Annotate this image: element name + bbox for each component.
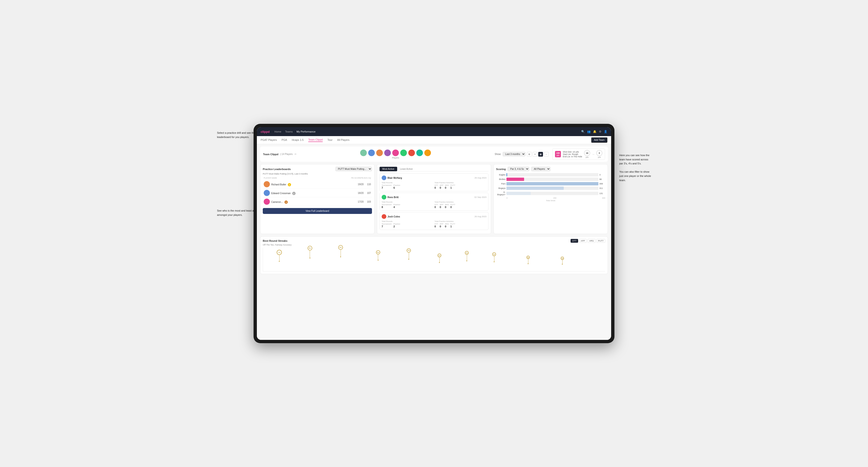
pac-tournament-2: 8 [382, 206, 392, 209]
bogeys-label: Bogeys [496, 187, 505, 189]
subnav-pga[interactable]: PGA [282, 138, 287, 142]
subnav: PGAT Players PGA Hcaps 1-5 Team Clippd T… [257, 136, 611, 144]
lb-badge-bronze: 3 [284, 200, 288, 204]
pac-name-2: Rees Britt [388, 196, 399, 198]
leaderboard-row: Richard Butler 1 19/20 110 [263, 180, 372, 189]
shot-circle-1: 16 [584, 150, 590, 156]
bubble-4x-2: 4x [465, 251, 469, 261]
view-list-icon[interactable]: ≡ [533, 152, 537, 157]
bubble-6x-1: 6x [308, 246, 312, 258]
subnav-team-clippd[interactable]: Team Clippd [308, 138, 323, 142]
best-round-streaks-panel: Best Round Streaks OTT APP ARG PUTT Off … [260, 236, 608, 274]
lb-badge-silver: 2 [292, 192, 296, 195]
streaks-tabs: OTT APP ARG PUTT [570, 239, 605, 243]
avatar-9[interactable] [424, 150, 431, 156]
pac-activities-group: Total Practice Activities OTT 0 APP [434, 182, 486, 189]
people-icon[interactable]: 👥 [587, 130, 591, 133]
lb-name-2: Edward Crossman [271, 192, 290, 195]
players-row [360, 150, 431, 156]
avatar-2[interactable] [368, 150, 375, 156]
tab-least-active[interactable]: Least Active [397, 167, 415, 171]
chart-row-bogeys: Bogeys 311 [496, 187, 605, 190]
bell-icon[interactable]: 🔔 [593, 130, 596, 133]
subnav-hcaps[interactable]: Hcaps 1-5 [292, 138, 304, 142]
view-compact-icon[interactable]: ↔ [544, 152, 549, 157]
settings-icon[interactable]: ⚙ [599, 130, 601, 133]
subnav-all-players[interactable]: All Players [337, 138, 349, 142]
user-avatar-icon[interactable]: 👤 [604, 130, 607, 133]
avatar-8[interactable] [416, 150, 423, 156]
col-pb-score: PB SCORE [351, 177, 361, 179]
bubble-3x-1: 3x [526, 256, 530, 264]
lb-name-badge-3: Cameron... 3 [271, 199, 355, 204]
tablet-frame: clippd Home Teams My Performance 🔍 👥 🔔 ⚙… [253, 124, 614, 343]
view-full-leaderboard-button[interactable]: View Full Leaderboard [263, 208, 372, 214]
pac-ott-1: 0 [434, 186, 438, 189]
bogeys-value: 311 [599, 187, 605, 189]
streaks-tab-app[interactable]: APP [579, 239, 587, 243]
show-period-select[interactable]: Last 3 months Last 6 months Last year [503, 152, 526, 156]
lb-badge-gold: 1 [288, 183, 291, 186]
axis-0: 0 [506, 197, 507, 199]
streaks-title: Best Round Streaks [263, 239, 287, 242]
active-tabs: Most Active Least Active [379, 167, 489, 172]
total-shots-label: Total Shots [496, 199, 605, 201]
pac-name-row-1: Blair McHarg [382, 176, 402, 180]
pac-avatar-1 [382, 176, 386, 180]
show-label: Show: [495, 153, 501, 155]
bubble-7x-1: 7x [277, 250, 282, 262]
drill-select[interactable]: PUTT Must Make Putting... [335, 167, 372, 171]
bubble-6x-2: 6x [338, 245, 343, 257]
subnav-pgat[interactable]: PGAT Players [261, 138, 277, 142]
avatar-7[interactable] [408, 150, 415, 156]
avatar-4[interactable] [384, 150, 391, 156]
avatar-3[interactable] [376, 150, 383, 156]
avatar-5[interactable] [392, 150, 399, 156]
chart-row-pars: Pars 499 [496, 182, 605, 185]
pac-tournament-1: 7 [382, 186, 392, 189]
navbar: clippd Home Teams My Performance 🔍 👥 🔔 ⚙… [257, 127, 611, 136]
tablet-screen: clippd Home Teams My Performance 🔍 👥 🔔 ⚙… [257, 127, 611, 340]
leaderboard-header: PLAYER NAME PB SCORE PB AVG SQ [263, 177, 372, 179]
avatar-1[interactable] [360, 150, 367, 156]
lb-avatar-3 [264, 198, 270, 205]
view-grid-icon[interactable]: ⊞ [527, 152, 532, 157]
shot-circles: 16 yds → 0 yds [584, 150, 602, 158]
shot-details: Shot Dist: 16 yds Start Lie: Rough End L… [563, 151, 582, 158]
dbogeys-value: 131 [599, 192, 605, 195]
view-card-icon[interactable]: ▦ [538, 152, 543, 157]
add-team-button[interactable]: Add Team [591, 137, 607, 143]
avatar-6[interactable] [400, 150, 407, 156]
team-player-count: | 14 Players [280, 153, 293, 155]
nav-my-performance[interactable]: My Performance [297, 130, 316, 133]
pac-stats-1: Total Rounds Tournament 7 Practice [382, 182, 487, 189]
search-icon[interactable]: 🔍 [581, 130, 585, 133]
streaks-tab-putt[interactable]: PUTT [596, 239, 606, 243]
edit-icon[interactable]: ✏ [294, 153, 297, 155]
eagles-bar-container [506, 173, 598, 177]
main-content: Team Clippd | 14 Players ✏ [257, 144, 611, 340]
shot-arrow-icon: → [592, 152, 595, 156]
tab-most-active[interactable]: Most Active [379, 167, 397, 171]
streaks-tab-ott[interactable]: OTT [570, 239, 578, 243]
pars-bar [506, 182, 598, 185]
all-players-select[interactable]: All Players [531, 167, 551, 171]
lb-avatar-2 [264, 190, 270, 196]
par-filter-select[interactable]: Par 3, 4 & 5s Par 3s Par 4s Par 5s [507, 167, 529, 171]
pac-practice-1: 6 [394, 186, 400, 189]
nav-home[interactable]: Home [274, 130, 281, 133]
streaks-tab-arg[interactable]: ARG [588, 239, 596, 243]
nav-teams[interactable]: Teams [285, 130, 293, 133]
birdies-bar [506, 178, 524, 181]
streaks-header: Best Round Streaks OTT APP ARG PUTT [263, 239, 605, 243]
chart-row-birdies: Birdies 96 [496, 178, 605, 181]
scoring-chart: Eagles 3 Birdies [496, 173, 605, 201]
annotation-top-right: Here you can see how the team have score… [619, 153, 651, 182]
players-label: Players [392, 157, 399, 159]
scoring-header: Scoring Par 3, 4 & 5s Par 3s Par 4s Par … [496, 167, 605, 171]
axis-200: 200 [553, 197, 556, 199]
leaderboard-row: Cameron... 3 17/20 103 [263, 197, 372, 206]
subnav-tour[interactable]: Tour [328, 138, 332, 142]
team-info: Team Clippd | 14 Players ✏ [263, 153, 297, 156]
player-activity-card-2: Rees Britt 02 Sep 2023 Total Rounds Tour [379, 193, 489, 211]
